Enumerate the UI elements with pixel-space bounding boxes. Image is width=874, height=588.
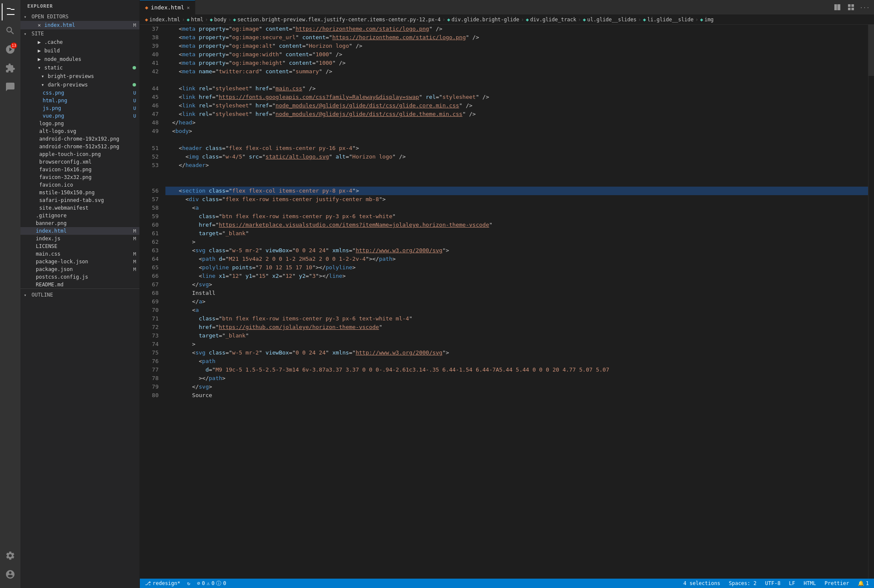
sidebar-item-css-png[interactable]: css.png U (20, 89, 139, 97)
explorer-icon[interactable] (2, 3, 19, 20)
outline-toggle[interactable]: ▾ OUTLINE (20, 291, 139, 299)
sidebar-item-readme[interactable]: README.md (20, 281, 139, 288)
sidebar-item-bright-previews[interactable]: ▾ bright-previews (20, 72, 139, 81)
breadcrumb: ◆ index.html › ◆ html › ◆ body › ◆ secti… (140, 15, 874, 25)
sidebar-item-html-png[interactable]: html.png U (20, 97, 139, 104)
open-editors-section[interactable]: ▾ OPEN EDITORS (20, 12, 139, 21)
code-line-blank-3 (165, 170, 868, 178)
status-notifications[interactable]: 🔔 1 (856, 580, 871, 586)
source-control-badge: 13 (11, 43, 17, 49)
sidebar-item-browserconfig[interactable]: browserconfig.xml (20, 158, 139, 166)
info-count: 0 (223, 580, 226, 586)
sidebar-item-build[interactable]: ▶ build (20, 46, 139, 55)
sidebar-item-postcss[interactable]: postcss.config.js (20, 273, 139, 281)
open-editor-item-index-html[interactable]: ✕ index.html M (20, 21, 139, 29)
file-name-mstile: mstile-150x150.png (39, 190, 136, 196)
sidebar-item-android-192[interactable]: android-chrome-192x192.png (20, 135, 139, 143)
sidebar-item-webmanifest[interactable]: site.webmanifest (20, 204, 139, 212)
breadcrumb-file[interactable]: ◆ index.html (145, 17, 180, 23)
status-formatter[interactable]: Prettier (823, 580, 851, 586)
file-name-favicon-16: favicon-16x16.png (39, 167, 136, 173)
file-name-main-css: main.css (36, 251, 131, 257)
code-content[interactable]: <meta property="og:image" content="https… (162, 25, 868, 579)
formatter-label: Prettier (825, 580, 849, 586)
sidebar-item-android-512[interactable]: android-chrome-512x512.png (20, 143, 139, 150)
code-line-49: <body> (165, 127, 868, 135)
breadcrumb-img[interactable]: ◆ img (700, 17, 714, 23)
tab-close-button[interactable]: ✕ (187, 5, 190, 11)
sidebar-item-index-html[interactable]: index.html M (20, 227, 139, 235)
status-errors[interactable]: ⊘ 0 ⚠ 0 ⓘ 0 (195, 580, 228, 587)
sidebar-title: EXPLORER (20, 0, 139, 12)
sidebar-item-main-css[interactable]: main.css M (20, 250, 139, 258)
sidebar-item-node-modules[interactable]: ▶ node_modules (20, 55, 139, 63)
sidebar-item-static[interactable]: ▾ static (20, 63, 139, 72)
file-name-vue-png: vue.png (43, 113, 131, 119)
code-line-44: <link rel="stylesheet" href="main.css" /… (165, 84, 868, 93)
split-editor-button[interactable] (831, 1, 843, 13)
sidebar-item-js-png[interactable]: js.png U (20, 104, 139, 112)
main-css-badge: M (133, 251, 136, 257)
code-line-77: d="M9 19c-5 1.5-5-2.5-7-3m14 6v-3.87a3.3… (165, 366, 868, 374)
close-icon[interactable]: ✕ (36, 22, 43, 29)
settings-icon[interactable] (2, 547, 19, 564)
code-line-71: class="btn flex flex-row items-center py… (165, 314, 868, 323)
tab-label: index.html (151, 4, 184, 11)
editor-layout-button[interactable] (845, 1, 857, 13)
sidebar-item-vue-png[interactable]: vue.png U (20, 112, 139, 120)
folder-icon-node: ▶ (36, 56, 43, 63)
sidebar-item-logo-png[interactable]: logo.png (20, 120, 139, 127)
sidebar-item-apple-touch[interactable]: apple-touch-icon.png (20, 150, 139, 158)
sidebar-item-dark-previews[interactable]: ▾ dark-previews (20, 81, 139, 89)
minimap-thumb (868, 25, 874, 76)
breadcrumb-div-glide[interactable]: ◆ div.glide.bright-glide (447, 17, 519, 23)
sidebar-content: ▾ OPEN EDITORS ✕ index.html M ▾ SITE ▶ .… (20, 12, 139, 588)
sidebar-item-package-json[interactable]: package.json M (20, 265, 139, 273)
status-sync[interactable]: ↻ (185, 580, 192, 586)
breadcrumb-ul[interactable]: ◆ ul.glide__slides (583, 17, 637, 23)
sidebar-item-license[interactable]: LICENSE (20, 242, 139, 250)
status-selections[interactable]: 4 selections (682, 580, 722, 586)
css-png-badge: U (133, 90, 136, 96)
status-eol[interactable]: LF (787, 580, 797, 586)
notification-count: 1 (866, 580, 869, 586)
status-branch[interactable]: ⎇ redesign* (143, 580, 182, 586)
index-js-badge: M (133, 236, 136, 242)
status-language[interactable]: HTML (802, 580, 818, 586)
sidebar-item-package-lock[interactable]: package-lock.json M (20, 258, 139, 265)
breadcrumb-div-track[interactable]: ◆ div.glide_track (526, 17, 576, 23)
breadcrumb-sep-6: › (578, 17, 581, 23)
code-line-blank-4 (165, 178, 868, 187)
code-line-67: </svg> (165, 280, 868, 289)
outline-section: ▾ OUTLINE (20, 288, 139, 301)
sidebar-item-index-js[interactable]: index.js M (20, 235, 139, 242)
search-icon[interactable] (2, 22, 19, 39)
account-icon[interactable] (2, 566, 19, 583)
encoding-label: UTF-8 (765, 580, 780, 586)
breadcrumb-section[interactable]: ◆ section.bright-preview.flex.justify-ce… (233, 17, 440, 23)
sidebar-item-safari[interactable]: safari-pinned-tab.svg (20, 196, 139, 204)
breadcrumb-html[interactable]: ◆ html (187, 17, 203, 23)
sidebar-item-favicon-ico[interactable]: favicon.ico (20, 181, 139, 189)
breadcrumb-sep-3: › (228, 17, 231, 23)
site-section[interactable]: ▾ SITE (20, 29, 139, 38)
breadcrumb-li[interactable]: ◆ li.glide__slide (643, 17, 694, 23)
sidebar-item-cache[interactable]: ▶ .cache (20, 38, 139, 46)
remote-explorer-icon[interactable] (2, 78, 19, 95)
tab-index-html[interactable]: ◆ index.html ✕ (140, 0, 195, 15)
status-spaces[interactable]: Spaces: 2 (727, 580, 758, 586)
sidebar-item-mstile[interactable]: mstile-150x150.png (20, 189, 139, 196)
more-actions-button[interactable]: ··· (859, 1, 871, 13)
extensions-icon[interactable] (2, 60, 19, 77)
sidebar-item-favicon-16[interactable]: favicon-16x16.png (20, 166, 139, 173)
source-control-icon[interactable]: 13 (2, 41, 19, 58)
file-name-favicon-ico: favicon.ico (39, 182, 136, 188)
code-line-42: <meta name="twitter:card" content="summa… (165, 67, 868, 76)
breadcrumb-body[interactable]: ◆ body (210, 17, 226, 23)
sidebar-item-favicon-32[interactable]: favicon-32x32.png (20, 173, 139, 181)
sidebar-item-gitignore[interactable]: .gitignore (20, 212, 139, 219)
sidebar-item-alt-logo[interactable]: alt-logo.svg (20, 127, 139, 135)
file-name-license: LICENSE (36, 243, 136, 249)
status-encoding[interactable]: UTF-8 (763, 580, 782, 586)
sidebar-item-banner[interactable]: banner.png (20, 219, 139, 227)
